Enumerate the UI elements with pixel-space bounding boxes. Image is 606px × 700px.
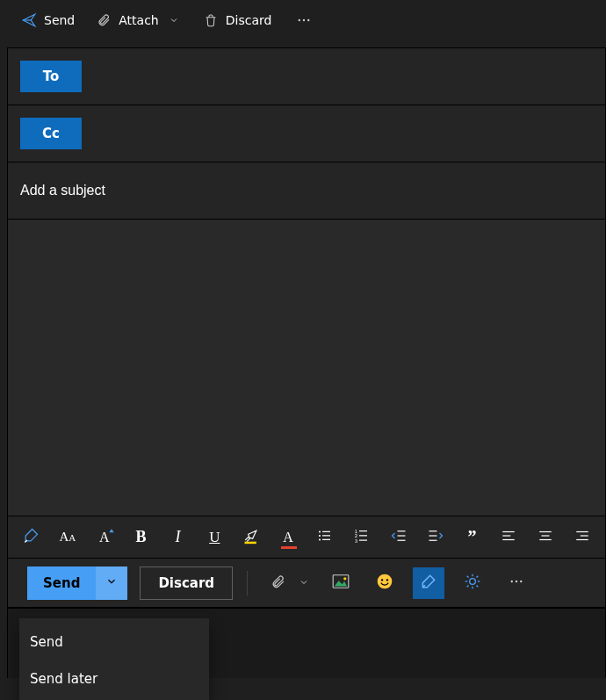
svg-point-48 (516, 581, 517, 582)
align-left-button[interactable] (491, 520, 526, 555)
svg-rect-4 (245, 542, 256, 545)
highlight-icon (242, 527, 260, 547)
svg-point-37 (386, 579, 388, 581)
svg-rect-8 (322, 535, 330, 536)
format-painter-button[interactable] (13, 520, 48, 555)
align-center-button[interactable] (528, 520, 563, 555)
cc-label: Cc (42, 126, 60, 141)
sun-icon (464, 573, 481, 593)
insert-picture-button[interactable] (325, 567, 357, 599)
top-toolbar: Send Attach Discard (0, 0, 606, 40)
chevron-down-icon (299, 576, 309, 590)
svg-point-0 (299, 19, 300, 21)
chevron-down-icon (105, 575, 118, 590)
send-toolbar-label: Send (44, 13, 75, 27)
underline-button[interactable]: U (197, 520, 232, 555)
font-color-button[interactable]: A (271, 520, 306, 555)
cc-button[interactable]: Cc (20, 118, 82, 149)
svg-marker-3 (110, 529, 114, 532)
more-icon (509, 574, 524, 592)
send-menu-send-later[interactable]: Send later (19, 660, 209, 697)
svg-marker-33 (335, 581, 347, 586)
align-left-icon (501, 528, 516, 546)
compose-frame: To Cc AA A B I (7, 47, 606, 608)
font-size-icon: A (99, 530, 110, 545)
quote-button[interactable]: ” (455, 520, 490, 555)
svg-rect-14 (359, 535, 367, 536)
send-options-button[interactable] (96, 566, 127, 600)
attach-toolbar-label: Attach (119, 13, 158, 27)
send-menu-send-label: Send (30, 634, 63, 650)
outdent-icon (391, 528, 407, 546)
svg-point-34 (343, 577, 346, 580)
svg-point-38 (470, 579, 476, 585)
send-split-button: Send (27, 566, 127, 600)
send-button[interactable]: Send (27, 566, 96, 600)
font-color-icon: A (283, 530, 293, 545)
svg-rect-12 (359, 530, 367, 531)
attach-toolbar-button[interactable]: Attach (87, 7, 190, 33)
bullet-list-icon (317, 528, 333, 546)
attach-caret-button[interactable] (295, 567, 313, 599)
attach-action-button[interactable] (262, 567, 293, 599)
indent-button[interactable] (418, 520, 453, 555)
to-button[interactable]: To (20, 61, 82, 92)
quote-icon: ” (467, 527, 476, 547)
svg-rect-10 (322, 539, 330, 540)
align-right-icon (574, 528, 590, 546)
paperclip-icon (271, 574, 285, 593)
action-bar: Send Discard (8, 558, 605, 607)
svg-line-44 (477, 586, 479, 588)
send-menu-send[interactable]: Send (19, 624, 209, 660)
svg-point-5 (319, 530, 321, 532)
editor-button[interactable] (413, 567, 444, 599)
indent-icon (428, 528, 444, 546)
bold-button[interactable]: B (124, 520, 159, 555)
more-toolbar-button[interactable] (287, 7, 321, 33)
svg-rect-16 (359, 540, 367, 541)
discard-button[interactable]: Discard (140, 566, 233, 600)
send-options-menu: Send Send later (19, 618, 209, 700)
cc-row[interactable]: Cc (8, 105, 605, 162)
font-button[interactable]: AA (50, 520, 85, 555)
send-toolbar-button[interactable]: Send (12, 7, 83, 33)
svg-point-35 (378, 574, 393, 589)
outdent-button[interactable] (381, 520, 416, 555)
align-right-button[interactable] (565, 520, 600, 555)
format-painter-icon (22, 527, 40, 547)
send-icon (21, 12, 37, 28)
highlight-button[interactable] (234, 520, 269, 555)
svg-point-47 (511, 581, 513, 582)
discard-toolbar-button[interactable]: Discard (194, 7, 281, 33)
align-center-icon (537, 528, 553, 546)
font-icon: AA (59, 530, 76, 545)
more-action-button[interactable] (501, 567, 532, 599)
brightness-button[interactable] (457, 567, 488, 599)
font-size-button[interactable]: A (87, 520, 122, 555)
svg-point-36 (381, 579, 383, 581)
emoji-icon (376, 573, 393, 593)
subject-input[interactable] (20, 183, 593, 198)
trash-icon (203, 12, 219, 28)
subject-row (8, 162, 605, 220)
more-icon (296, 12, 312, 28)
svg-point-9 (319, 538, 321, 540)
discard-toolbar-label: Discard (226, 13, 272, 27)
svg-point-7 (319, 535, 321, 537)
message-body[interactable] (8, 220, 605, 516)
numbered-list-button[interactable]: 123 (344, 520, 379, 555)
italic-button[interactable]: I (161, 520, 196, 555)
editor-icon (420, 573, 437, 593)
svg-line-43 (467, 576, 469, 578)
svg-point-2 (307, 19, 309, 21)
chevron-down-icon (166, 12, 182, 28)
emoji-button[interactable] (369, 567, 400, 599)
svg-text:3: 3 (355, 538, 357, 544)
numbered-list-icon: 123 (354, 528, 370, 546)
bullet-list-button[interactable] (307, 520, 343, 555)
to-row[interactable]: To (8, 48, 605, 105)
send-button-label: Send (43, 575, 80, 591)
svg-line-45 (467, 586, 469, 588)
bold-icon: B (136, 528, 147, 546)
underline-icon: U (209, 529, 220, 546)
